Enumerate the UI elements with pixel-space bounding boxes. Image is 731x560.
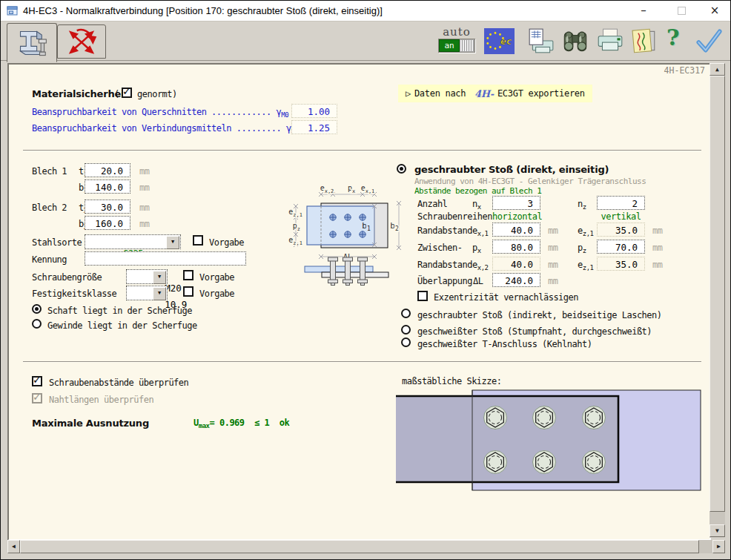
vertical-scroll-thumb[interactable] bbox=[710, 76, 725, 512]
print-button[interactable] bbox=[595, 27, 625, 54]
b1-unit: mm bbox=[139, 182, 149, 193]
nz-input[interactable]: 2 bbox=[597, 196, 645, 210]
stahlsorte-vorgabe-label: Vorgabe bbox=[209, 237, 244, 248]
festigkeitsklasse-vorgabe-label: Vorgabe bbox=[199, 289, 234, 299]
t2-input[interactable]: 30.0 bbox=[85, 200, 130, 214]
dropdown-arrow-icon[interactable]: ▼ bbox=[153, 271, 166, 284]
nx-input[interactable]: 3 bbox=[492, 196, 540, 210]
ez1-unit: mm bbox=[652, 225, 662, 236]
t1-unit: mm bbox=[139, 166, 149, 177]
printer-icon bbox=[595, 27, 625, 54]
confirm-button[interactable] bbox=[693, 27, 724, 55]
scroll-down-button[interactable]: ▼ bbox=[710, 524, 725, 537]
connection-type-radio-welded-butt[interactable] bbox=[401, 325, 411, 335]
ez1b-symbol: ez,1 bbox=[578, 260, 594, 271]
notes-button[interactable] bbox=[629, 27, 658, 54]
help-button[interactable]: ? bbox=[666, 24, 680, 50]
help-question-icon: ? bbox=[666, 24, 680, 50]
joint-schematic-diagram: ex,2 px ex,1 ez,1 pz ez,1 b1 b2 ΔL bbox=[285, 181, 411, 294]
title-bar: 4H-EC3 - Normalkraftverbindung [Position… bbox=[1, 1, 730, 22]
kennung-input[interactable] bbox=[85, 251, 246, 266]
scroll-up-icon: ▲ bbox=[715, 66, 719, 73]
connection-note: Abstände bezogen auf Blech 1 bbox=[414, 186, 541, 196]
minimize-icon: – bbox=[641, 4, 646, 17]
stahlsorte-vorgabe-checkbox[interactable] bbox=[193, 235, 203, 246]
eurocode-button[interactable]: ec bbox=[484, 28, 515, 54]
maximize-icon bbox=[678, 7, 686, 15]
auto-off-stripes bbox=[460, 39, 474, 52]
stahlsorte-dropdown[interactable]: S235 ▼ bbox=[85, 234, 181, 249]
dl-input[interactable]: 240.0 bbox=[492, 273, 540, 287]
nahtlaengen-label: Nahtlängen überprüfen bbox=[49, 395, 153, 405]
stahlsorte-label: Stahlsorte bbox=[32, 237, 82, 248]
maximize-button[interactable] bbox=[670, 2, 692, 19]
ex1-unit: mm bbox=[548, 225, 558, 236]
scroll-down-icon: ▼ bbox=[715, 527, 719, 534]
b1-input[interactable]: 140.0 bbox=[85, 179, 130, 194]
steel-beam-bolt-icon bbox=[13, 27, 50, 59]
utilization-result: Umax= 0.969 ≤ 1 ok bbox=[194, 418, 289, 429]
schaft-radio[interactable] bbox=[32, 304, 42, 314]
px-unit: mm bbox=[548, 243, 558, 253]
schraubengroesse-dropdown[interactable]: M20 ▼ bbox=[126, 269, 168, 284]
horizontal-scrollbar[interactable]: ◀ ▶ bbox=[7, 540, 725, 553]
dl-symbol: ΔL bbox=[473, 276, 483, 286]
horizontal-scroll-thumb[interactable] bbox=[20, 540, 699, 553]
print-preview-button[interactable] bbox=[527, 27, 555, 54]
px-input[interactable]: 80.0 bbox=[492, 240, 540, 254]
connection-type-radio-indirect[interactable] bbox=[401, 309, 411, 318]
nz-caption: vertikal bbox=[597, 211, 645, 222]
dropdown-arrow-icon[interactable]: ▼ bbox=[166, 236, 179, 249]
schraubenabstaende-checkbox[interactable] bbox=[32, 376, 42, 386]
export-arrow-icon: ▷ bbox=[406, 88, 411, 99]
zwischen-label: Zwischen- bbox=[417, 243, 463, 253]
dl-unit: mm bbox=[548, 276, 558, 286]
gewinde-radio-label: Gewinde liegt in der Scherfuge bbox=[47, 320, 197, 331]
section-divider-2 bbox=[23, 361, 701, 363]
connection-option-indirect-label: geschraubter Stoß (indirekt, beidseitige… bbox=[417, 310, 662, 320]
search-button[interactable] bbox=[560, 27, 591, 54]
scroll-left-button[interactable]: ◀ bbox=[7, 540, 20, 553]
genormt-checkbox[interactable] bbox=[122, 88, 132, 98]
randabstand1-label: Randabstand bbox=[417, 225, 472, 236]
tab-loads[interactable] bbox=[57, 24, 106, 59]
confirm-check-icon bbox=[693, 27, 724, 55]
eurocode-eu-flag-icon: ec bbox=[484, 28, 515, 54]
scroll-up-button[interactable]: ▲ bbox=[710, 63, 725, 76]
ec-label: ec bbox=[500, 36, 512, 47]
auto-toggle-button[interactable]: auto an bbox=[437, 27, 477, 53]
b2-unit: mm bbox=[139, 219, 149, 229]
gamma-m0-input[interactable]: 1.00 bbox=[291, 104, 337, 118]
schraubenabstaende-label: Schraubenabstände überprüfen bbox=[49, 378, 188, 388]
close-button[interactable]: × bbox=[704, 2, 726, 19]
connection-type-radio-welded-t[interactable] bbox=[401, 337, 411, 347]
schraubengroesse-vorgabe-label: Vorgabe bbox=[199, 272, 234, 283]
pz-input[interactable]: 70.0 bbox=[597, 240, 645, 254]
export-label-suffix: EC3GT exportieren bbox=[497, 88, 585, 99]
nz-symbol: nz bbox=[578, 199, 586, 211]
page-code: 4H-EC317 bbox=[664, 65, 705, 76]
result-heading: Maximale Ausnutzung bbox=[32, 418, 149, 429]
px-symbol: px bbox=[472, 243, 481, 254]
minimize-button[interactable]: – bbox=[632, 2, 655, 19]
festigkeitsklasse-vorgabe-checkbox[interactable] bbox=[183, 286, 194, 297]
t1-input[interactable]: 20.0 bbox=[85, 163, 130, 177]
festigkeitsklasse-dropdown[interactable]: 10.9 ▼ bbox=[126, 286, 168, 300]
schraubenreihen-label: Schraubenreihen bbox=[417, 211, 492, 222]
schraubengroesse-vorgabe-checkbox[interactable] bbox=[183, 270, 194, 280]
gamma-m2-input[interactable]: 1.25 bbox=[291, 120, 337, 134]
export-button[interactable]: ▷ Daten nach 4H-EC3GT exportieren bbox=[398, 85, 592, 102]
export-4h-logo: 4H- bbox=[474, 88, 494, 99]
exzentrizitaet-checkbox[interactable] bbox=[417, 291, 428, 301]
ez1-symbol: ez,1 bbox=[578, 225, 594, 237]
scroll-right-button[interactable]: ▶ bbox=[712, 540, 725, 553]
svg-text:pz: pz bbox=[293, 222, 300, 232]
vertical-scrollbar[interactable]: ▲ ▼ bbox=[710, 63, 725, 538]
connection-type-radio-direct[interactable] bbox=[397, 164, 406, 174]
tab-connection-geometry[interactable] bbox=[7, 23, 57, 62]
ex1-input[interactable]: 40.0 bbox=[492, 223, 540, 237]
export-label-prefix: Daten nach bbox=[414, 88, 471, 99]
gewinde-radio[interactable] bbox=[32, 319, 42, 329]
b2-input[interactable]: 160.0 bbox=[85, 216, 130, 230]
dropdown-arrow-icon[interactable]: ▼ bbox=[153, 287, 166, 300]
